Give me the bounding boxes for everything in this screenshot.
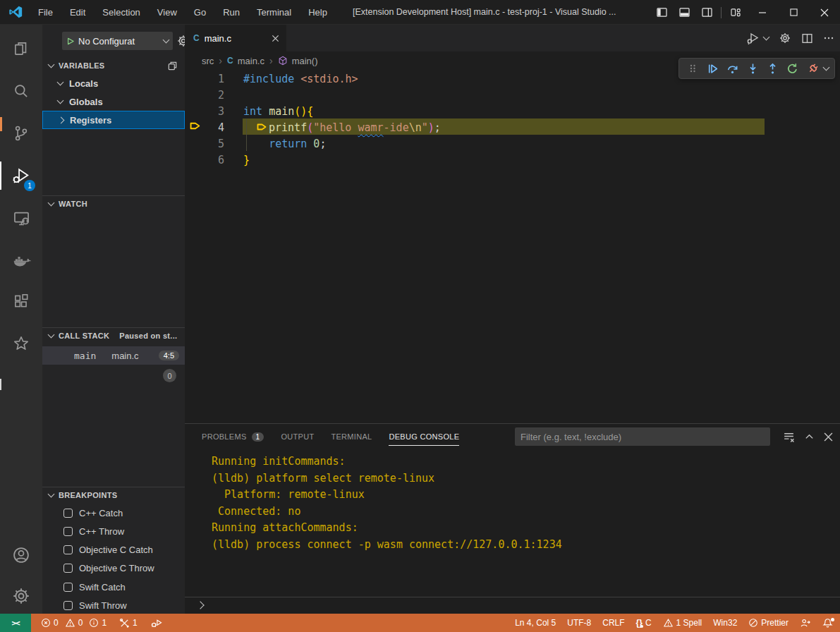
menu-view[interactable]: View [149,0,185,25]
formatter-status[interactable]: Prettier [748,618,789,628]
breakpoint-checkbox[interactable] [63,545,73,554]
tab-main-c[interactable]: C main.c [185,25,286,51]
variables-scope-locals[interactable]: Locals [42,74,185,92]
watch-section-header[interactable]: WATCH [42,196,185,212]
more-actions-icon[interactable] [823,32,834,44]
chevron-down-icon[interactable] [763,34,770,41]
maximize-panel-icon[interactable] [804,432,815,442]
breakpoint-checkbox[interactable] [63,509,73,518]
panel-tab-output[interactable]: OUTPUT [281,424,314,449]
platform-indicator[interactable]: Win32 [713,618,737,628]
breakpoint-checkbox[interactable] [63,583,73,592]
breakpoint-item[interactable]: Objective C Catch [42,541,185,559]
step-out-icon[interactable] [765,61,780,76]
code-line[interactable]: 3int main(){ [185,104,840,120]
ports-status[interactable]: 1 [119,618,138,628]
code-editor[interactable]: 1#include <stdio.h>23int main(){4printf(… [185,70,840,423]
variables-scope-globals[interactable]: Globals [42,92,185,111]
breadcrumb-folder[interactable]: src [202,56,214,66]
launch-configuration-dropdown[interactable]: No Configurat [62,32,173,50]
run-or-debug-button[interactable] [746,31,769,45]
debug-console-input[interactable] [185,597,840,613]
toggle-secondary-sidebar-icon[interactable] [695,0,718,25]
menu-terminal[interactable]: Terminal [248,0,300,25]
copy-value-icon[interactable] [167,61,178,71]
cursor-position[interactable]: Ln 4, Col 5 [515,618,556,628]
split-editor-icon[interactable] [801,32,813,44]
prompt-chevron-icon [196,601,204,609]
toolbar-drag-handle[interactable] [685,61,700,76]
remote-indicator[interactable]: >< [0,614,31,632]
variables-scope-registers[interactable]: Registers [42,111,185,129]
star-icon[interactable] [0,327,42,360]
extensions-icon[interactable] [0,284,42,318]
breakpoint-item[interactable]: Objective C Throw [42,559,185,578]
breakpoint-item[interactable]: Swift Throw [42,597,185,614]
settings-gear-icon[interactable] [0,579,42,613]
code-line[interactable]: 4printf("hello wamr-ide\n"); [185,120,840,136]
breadcrumb-symbol[interactable]: main() [292,56,318,66]
continue-icon[interactable] [705,61,719,76]
remote-explorer-icon[interactable] [0,201,42,235]
language-mode[interactable]: {} C [636,618,652,628]
toggle-sidebar-icon[interactable] [650,0,673,25]
call-stack-section-header[interactable]: CALL STACK Paused on st... [42,328,185,344]
tab-close-icon[interactable] [272,35,279,42]
breakpoints-section-header[interactable]: BREAKPOINTS [42,487,185,503]
close-panel-icon[interactable] [824,432,833,442]
code-line[interactable]: 5 return 0; [185,136,840,152]
explorer-icon[interactable] [0,32,42,66]
breakpoint-checkbox[interactable] [63,527,73,536]
session-badge: 0 [163,369,176,382]
menu-selection[interactable]: Selection [94,0,148,25]
panel-tab-problems[interactable]: PROBLEMS1 [202,424,264,449]
feedback-icon[interactable] [800,618,811,628]
toggle-panel-icon[interactable] [673,0,695,25]
minimize-button[interactable] [751,0,774,25]
code-line[interactable]: 6} [185,152,840,169]
clear-console-icon[interactable] [783,431,795,443]
step-into-icon[interactable] [745,61,760,76]
breadcrumb-file[interactable]: main.c [238,56,264,66]
panel-tabs: PROBLEMS1OUTPUTTERMINALDEBUG CONSOLE [202,424,459,449]
spell-checker-status[interactable]: 1 Spell [663,618,702,628]
menu-file[interactable]: File [30,0,61,25]
menu-help[interactable]: Help [300,0,336,25]
step-over-icon[interactable] [725,61,740,76]
code-line[interactable]: 2 [185,87,840,104]
breakpoint-checkbox[interactable] [63,564,73,573]
editor-area: C main.c src › C main.c › [185,25,840,614]
breakpoint-item[interactable]: C++ Catch [42,504,185,522]
panel-tab-debug-console[interactable]: DEBUG CONSOLE [389,424,459,449]
variables-section-header[interactable]: VARIABLES [42,58,185,73]
restart-icon[interactable] [785,61,800,76]
breakpoint-checkbox[interactable] [63,601,73,610]
line-number: 6 [185,152,224,169]
disconnect-icon[interactable] [805,61,820,76]
breakpoint-item[interactable]: C++ Throw [42,522,185,540]
editor-settings-gear-icon[interactable] [779,32,791,44]
console-filter-input[interactable] [515,427,770,446]
menu-edit[interactable]: Edit [61,0,94,25]
encoding-indicator[interactable]: UTF-8 [567,618,591,628]
menu-go[interactable]: Go [185,0,214,25]
configure-gear-icon[interactable] [176,34,185,48]
eol-indicator[interactable]: CRLF [602,618,624,628]
close-window-button[interactable] [813,0,836,25]
customize-layout-icon[interactable] [724,0,747,25]
menu-run[interactable]: Run [214,0,248,25]
debug-status[interactable] [150,618,162,628]
run-and-debug-icon[interactable]: 1 [0,159,42,193]
chevron-down-icon[interactable] [823,64,830,71]
stack-frame-row[interactable]: main main.c 4:5 [42,346,185,365]
maximize-button[interactable] [782,0,805,25]
docker-icon[interactable] [0,243,42,277]
vscode-logo-icon [8,5,23,19]
notifications-bell-icon[interactable] [822,618,833,628]
panel-tab-terminal[interactable]: TERMINAL [331,424,372,449]
problems-status[interactable]: 0 0 1 [41,618,106,628]
search-icon[interactable] [0,74,42,108]
accounts-icon[interactable] [0,538,42,572]
breakpoint-item[interactable]: Swift Catch [42,578,185,596]
source-control-icon[interactable] [0,116,42,150]
